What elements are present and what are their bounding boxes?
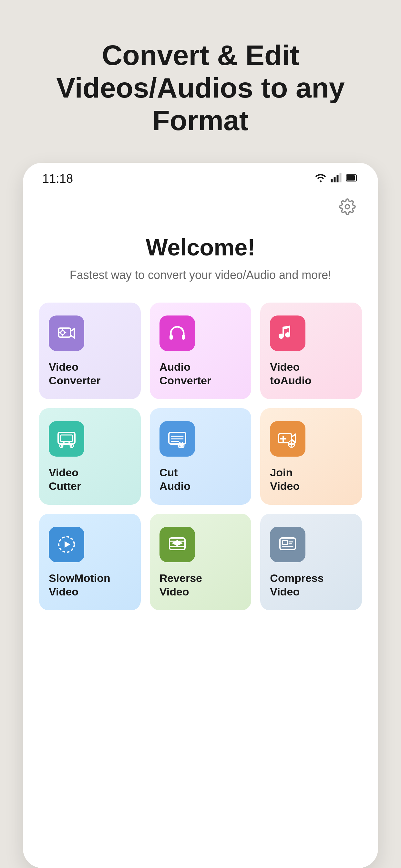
svg-rect-10 [169,335,173,340]
slow-motion-icon-wrap [49,527,84,562]
video-to-audio-icon-wrap [270,315,305,351]
svg-rect-13 [61,435,72,441]
status-icons [315,172,359,185]
scissors-audio-icon [167,429,188,449]
welcome-title: Welcome! [42,234,359,260]
video-converter-icon-wrap [49,315,84,351]
status-bar: 11:18 [23,163,378,189]
reverse-video-label: ReverseVideo [159,571,202,599]
grid-item-video-to-audio[interactable]: VideotoAudio [260,303,362,399]
music-note-icon [277,323,298,344]
svg-point-9 [61,331,65,335]
video-converter-label: VideoConverter [49,360,101,388]
slow-motion-icon [56,534,77,555]
cut-audio-icon-wrap [159,421,195,457]
video-plus-icon [277,429,298,449]
audio-converter-label: AudioConverter [159,360,212,388]
welcome-section: Welcome! Fastest way to convert your vid… [23,221,378,303]
page-headline: Convert & Edit Videos/Audios to any Form… [0,0,401,163]
slow-motion-label: SlowMotionVideo [49,571,111,599]
grid-item-video-converter[interactable]: VideoConverter [39,303,141,399]
feature-grid: VideoConverter AudioConverter VideotoAud… [23,303,378,630]
grid-item-slow-motion[interactable]: SlowMotionVideo [39,514,141,610]
join-video-icon-wrap [270,421,305,457]
phone-frame: 11:18 Welcome! Fastest way to convert yo… [23,163,378,868]
reverse-icon [167,534,188,555]
compress-video-label: CompressVideo [270,571,323,599]
svg-point-0 [320,181,321,182]
grid-item-compress-video[interactable]: CompressVideo [260,514,362,610]
gear-icon [339,198,356,215]
svg-rect-1 [331,179,333,182]
svg-point-7 [345,205,350,209]
status-time: 11:18 [42,172,73,186]
grid-item-video-cutter[interactable]: VideoCutter [39,408,141,505]
battery-icon [346,172,359,185]
svg-rect-4 [340,173,342,182]
signal-icon [330,172,342,185]
svg-rect-11 [182,335,185,340]
headphones-icon [167,323,188,344]
compress-video-icon-wrap [270,527,305,562]
grid-item-audio-converter[interactable]: AudioConverter [150,303,251,399]
settings-row [23,189,378,221]
svg-rect-6 [347,176,354,180]
join-video-label: JoinVideo [270,466,300,493]
gear-video-icon [56,323,77,344]
settings-button[interactable] [336,195,359,218]
video-cutter-icon-wrap [49,421,84,457]
svg-marker-35 [65,541,70,548]
compress-icon [277,534,298,555]
svg-marker-40 [177,541,181,545]
audio-converter-icon-wrap [159,315,195,351]
grid-item-reverse-video[interactable]: ReverseVideo [150,514,251,610]
reverse-video-icon-wrap [159,527,195,562]
svg-rect-2 [334,177,336,182]
video-to-audio-label: VideotoAudio [270,360,311,388]
video-cutter-label: VideoCutter [49,466,81,493]
grid-item-cut-audio[interactable]: CutAudio [150,408,251,505]
svg-rect-19 [169,432,186,444]
welcome-subtitle: Fastest way to convert your video/Audio … [42,267,359,283]
grid-item-join-video[interactable]: JoinVideo [260,408,362,505]
scissors-video-icon [56,429,77,449]
svg-rect-42 [282,540,288,545]
cut-audio-label: CutAudio [159,466,190,493]
svg-rect-3 [337,175,339,182]
wifi-icon [315,172,327,185]
